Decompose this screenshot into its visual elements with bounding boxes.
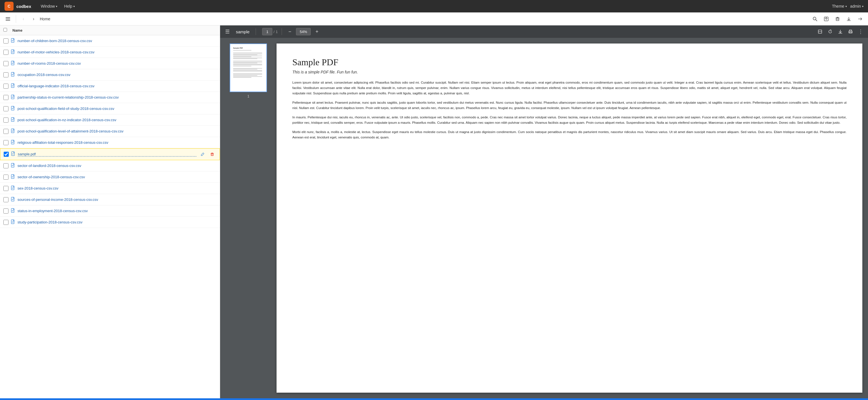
file-checkbox[interactable] <box>3 84 8 89</box>
file-row[interactable]: sex-2018-census-csv.csv <box>0 183 220 194</box>
file-checkbox[interactable] <box>3 50 8 55</box>
file-name-label: partnership-status-in-current-relationsh… <box>18 95 216 99</box>
file-checkbox[interactable] <box>4 152 9 157</box>
select-all-checkbox[interactable] <box>3 28 7 32</box>
file-checkbox[interactable] <box>3 163 8 168</box>
file-checkbox[interactable] <box>3 208 8 213</box>
pdf-paragraph-2: Pellentesque sit amet lectus. Praesent p… <box>292 100 846 111</box>
file-row[interactable]: religious-affiliation-total-responses-20… <box>0 137 220 148</box>
file-checkbox[interactable] <box>3 72 8 77</box>
pdf-viewer-panel: ☰ sample / 1 − 54% + <box>220 25 868 398</box>
pdf-main-page: Sample PDF This is a simple PDF file. Fu… <box>277 44 862 393</box>
pdf-thumb-page-1: Sample PDF <box>231 45 265 90</box>
file-name-label: number-of-motor-vehicles-2018-census-csv… <box>18 50 216 54</box>
pdf-zoom-out-button[interactable]: − <box>286 28 294 36</box>
file-row[interactable]: post-school-qualification-level-of-attai… <box>0 126 220 137</box>
search-button[interactable] <box>810 15 819 24</box>
file-row[interactable]: official-language-indicator-2018-census-… <box>0 81 220 92</box>
file-row[interactable]: sample.pdf <box>0 148 220 160</box>
file-type-icon <box>11 128 15 134</box>
pdf-rotate-button[interactable] <box>826 28 834 36</box>
file-type-icon <box>11 38 15 44</box>
file-row[interactable]: sector-of-landlord-2018-census-csv.csv <box>0 160 220 171</box>
file-type-icon <box>11 106 15 112</box>
file-type-icon <box>11 140 15 145</box>
help-menu-chevron: ▾ <box>73 5 75 8</box>
file-row[interactable]: number-of-children-born-2018-census-csv.… <box>0 35 220 47</box>
pdf-more-button[interactable]: ⋮ <box>857 28 865 36</box>
file-checkbox[interactable] <box>3 38 8 44</box>
file-name-label: post-school-qualification-level-of-attai… <box>18 129 216 133</box>
file-row[interactable]: occupation-2018-census-csv.csv <box>0 69 220 81</box>
file-checkbox[interactable] <box>3 129 8 134</box>
admin-menu[interactable]: admin ▾ <box>850 4 864 8</box>
pdf-print-button[interactable] <box>846 28 855 36</box>
file-name-label: post-school-qualification-field-of-study… <box>18 107 216 111</box>
pdf-zoom-display: 54% <box>296 28 311 35</box>
file-name-label: sector-of-ownership-2018-census-csv.csv <box>18 175 216 179</box>
file-checkbox[interactable] <box>3 220 8 225</box>
file-type-icon <box>11 61 15 66</box>
file-type-icon <box>11 72 15 78</box>
pdf-page-input[interactable] <box>262 28 272 35</box>
file-row[interactable]: partnership-status-in-current-relationsh… <box>0 92 220 103</box>
file-row[interactable]: status-in-employment-2018-census-csv.csv <box>0 205 220 217</box>
file-list-panel: Name number-of-children-born-2018-census… <box>0 25 220 398</box>
file-checkbox[interactable] <box>3 106 8 111</box>
window-menu[interactable]: Window ▾ <box>38 3 60 9</box>
file-edit-button[interactable] <box>199 150 207 158</box>
file-name-label: status-in-employment-2018-census-csv.csv <box>18 209 216 213</box>
svg-line-4 <box>816 20 817 21</box>
file-checkbox[interactable] <box>3 95 8 100</box>
pdf-toolbar: ☰ sample / 1 − 54% + <box>220 25 868 38</box>
file-row[interactable]: post-school-qualification-in-nz-indicato… <box>0 114 220 126</box>
pdf-title: sample <box>236 29 249 34</box>
file-name-label: occupation-2018-census-csv.csv <box>18 73 216 77</box>
pdf-download-button[interactable] <box>836 28 844 36</box>
file-type-icon <box>11 83 15 89</box>
file-row[interactable]: sources-of-personal-income-2018-census-c… <box>0 194 220 205</box>
name-column-header: Name <box>12 28 22 32</box>
theme-menu[interactable]: Theme ▾ <box>832 4 847 8</box>
pdf-paragraph-1: Lorem ipsum dolor sit amet, consectetuer… <box>292 80 846 96</box>
pdf-menu-button[interactable]: ☰ <box>223 28 231 36</box>
file-checkbox[interactable] <box>3 186 8 191</box>
pdf-thumbnail-area: Sample PDF <box>226 44 271 393</box>
more-actions-button[interactable] <box>856 15 865 24</box>
svg-rect-2 <box>6 20 10 21</box>
svg-rect-0 <box>6 17 10 18</box>
app-name: codbex <box>17 4 31 9</box>
pdf-subtitle: This is a simple PDF file. Fun fun fun. <box>292 70 846 74</box>
file-checkbox[interactable] <box>3 117 8 123</box>
back-button[interactable]: ‹ <box>20 15 27 23</box>
file-row[interactable]: post-school-qualification-field-of-study… <box>0 103 220 114</box>
file-checkbox[interactable] <box>3 175 8 180</box>
file-type-icon <box>11 151 16 157</box>
top-navigation-bar: C codbex Window ▾ Help ▾ Theme ▾ admin ▾ <box>0 0 868 12</box>
file-row[interactable]: number-of-rooms-2018-census-csv.csv <box>0 58 220 69</box>
file-checkbox[interactable] <box>3 61 8 66</box>
delete-button[interactable] <box>833 15 842 24</box>
file-name-label: sample.pdf <box>18 152 196 156</box>
file-row[interactable]: study-participation-2018-census-csv.csv <box>0 217 220 228</box>
download-button[interactable] <box>844 15 853 24</box>
file-delete-button[interactable] <box>208 150 216 158</box>
file-checkbox[interactable] <box>3 197 8 202</box>
file-list: number-of-children-born-2018-census-csv.… <box>0 35 220 398</box>
pdf-thumbnail-1[interactable]: Sample PDF <box>230 44 267 92</box>
file-row[interactable]: number-of-motor-vehicles-2018-census-csv… <box>0 47 220 58</box>
sidebar-toggle-icon[interactable] <box>3 15 12 24</box>
svg-rect-72 <box>849 32 851 33</box>
upload-button[interactable] <box>822 15 831 24</box>
file-type-icon <box>11 185 15 191</box>
forward-button[interactable]: › <box>30 15 37 23</box>
file-type-icon <box>11 95 15 100</box>
svg-rect-1 <box>6 19 10 19</box>
secondary-toolbar: ‹ › Home <box>0 12 868 25</box>
pdf-fit-page-button[interactable] <box>816 28 824 36</box>
window-menu-chevron: ▾ <box>56 5 57 8</box>
file-checkbox[interactable] <box>3 140 8 145</box>
file-row[interactable]: sector-of-ownership-2018-census-csv.csv <box>0 171 220 183</box>
pdf-zoom-in-button[interactable]: + <box>313 28 321 36</box>
help-menu[interactable]: Help ▾ <box>61 3 78 9</box>
